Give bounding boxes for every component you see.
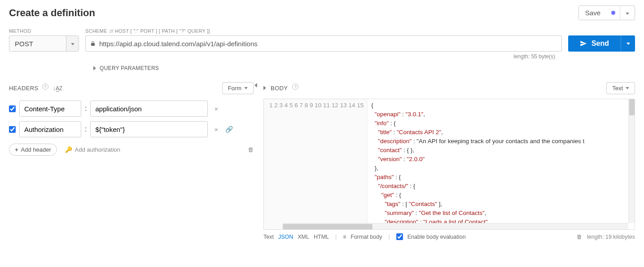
text-toggle-label: Text — [612, 85, 623, 92]
header-checkbox[interactable] — [9, 126, 16, 133]
body-code[interactable]: { "openapi" : "3.0.1", "info" : { "title… — [368, 99, 635, 229]
method-value: POST — [9, 40, 66, 48]
remove-header-icon[interactable]: × — [214, 105, 218, 113]
colon: : — [85, 105, 87, 113]
method-label: METHOD — [9, 28, 79, 34]
vertical-scrollbar[interactable] — [628, 99, 635, 223]
link-icon[interactable]: 🔗 — [225, 126, 233, 133]
body-length-meta: length: 19 kilobytes — [587, 234, 635, 240]
method-select[interactable]: POST — [9, 35, 79, 52]
sort-icon[interactable]: ↓A̲Z — [53, 85, 62, 92]
lock-icon — [90, 40, 96, 48]
body-editor[interactable]: 1 2 3 4 5 6 7 8 9 10 11 12 13 14 15 { "o… — [263, 99, 635, 230]
chevron-down-icon — [626, 87, 629, 89]
add-auth-label: Add authorization — [75, 146, 120, 153]
foot-html[interactable]: HTML — [314, 234, 329, 240]
chevron-down-icon — [244, 87, 248, 89]
header-key-input[interactable] — [19, 101, 81, 117]
expand-right-icon[interactable] — [263, 85, 266, 92]
send-caret-button[interactable] — [621, 35, 635, 52]
help-icon[interactable]: ? — [42, 83, 48, 90]
scroll-thumb[interactable] — [283, 224, 372, 229]
foot-xml[interactable]: XML — [298, 234, 309, 240]
header-value-input[interactable] — [90, 101, 208, 117]
colon: : — [85, 125, 87, 133]
separator: | — [388, 234, 390, 240]
horizontal-scrollbar[interactable] — [283, 223, 628, 229]
url-input[interactable]: https://apid.ap.cloud.talend.com/api/v1/… — [85, 35, 562, 52]
scroll-thumb[interactable] — [629, 99, 635, 115]
header-checkbox[interactable] — [9, 105, 16, 112]
headers-title: HEADERS — [9, 85, 39, 92]
add-header-label: Add header — [21, 146, 51, 153]
send-label: Send — [591, 39, 609, 48]
unsaved-dot-icon — [611, 11, 615, 15]
header-row: : × 🔗 — [9, 121, 254, 137]
form-toggle-label: Form — [228, 85, 241, 92]
add-authorization-button[interactable]: 🔑 Add authorization — [65, 146, 120, 153]
query-params-label: QUERY PARAMETERS — [100, 65, 159, 71]
help-icon[interactable]: ? — [292, 83, 298, 90]
url-length-meta: length: 55 byte(s) — [9, 53, 555, 60]
format-body-button[interactable]: Format body — [350, 234, 382, 240]
header-row: : × — [9, 101, 254, 117]
add-header-button[interactable]: + Add header — [9, 144, 57, 156]
body-title: BODY — [271, 85, 288, 92]
plus-icon: + — [15, 146, 18, 153]
header-value-input[interactable] — [90, 121, 208, 137]
form-mode-toggle[interactable]: Form — [222, 82, 254, 94]
send-button[interactable]: Send — [568, 35, 621, 52]
remove-header-icon[interactable]: × — [214, 126, 218, 133]
save-button[interactable]: Save — [579, 6, 607, 20]
query-params-toggle[interactable]: QUERY PARAMETERS — [93, 65, 635, 71]
save-group: Save — [578, 5, 635, 20]
foot-text[interactable]: Text — [263, 234, 274, 240]
url-label: SCHEME :// HOST [ ":" PORT ] [ PATH [ "?… — [85, 28, 210, 34]
line-gutter: 1 2 3 4 5 6 7 8 9 10 11 12 13 14 15 — [264, 99, 368, 229]
foot-json[interactable]: JSON — [278, 234, 293, 240]
trash-icon[interactable]: 🗑 — [577, 234, 583, 240]
enable-eval-checkbox[interactable] — [396, 233, 403, 240]
method-caret-icon[interactable] — [66, 36, 79, 51]
trash-icon[interactable]: 🗑 — [248, 146, 254, 153]
key-icon: 🔑 — [65, 146, 72, 153]
page-title: Create a definition — [9, 7, 95, 19]
chevron-right-icon — [93, 66, 96, 70]
save-caret-button[interactable] — [620, 6, 635, 19]
format-icon: ≡ — [343, 234, 346, 240]
url-text: https://apid.ap.cloud.talend.com/api/v1/… — [99, 40, 258, 48]
header-key-input[interactable] — [19, 121, 81, 137]
separator: | — [335, 234, 337, 240]
collapse-left-icon[interactable] — [254, 82, 257, 89]
body-mode-toggle[interactable]: Text — [606, 82, 635, 94]
enable-eval-label[interactable]: Enable body evaluation — [407, 234, 466, 240]
